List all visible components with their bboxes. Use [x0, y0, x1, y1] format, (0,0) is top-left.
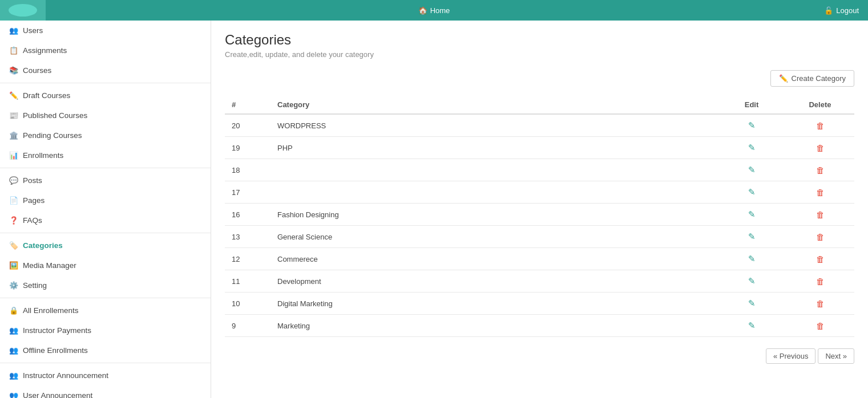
sidebar-item-assignments[interactable]: 📋Assignments	[0, 40, 211, 60]
cell-category: Development	[271, 270, 717, 293]
logo-shape	[9, 4, 37, 17]
sidebar-item-pages[interactable]: 📄Pages	[0, 190, 211, 210]
home-icon: 🏠	[418, 6, 427, 15]
sidebar-icon-posts: 💬	[9, 176, 18, 185]
sidebar-label-faqs: FAQs	[23, 216, 42, 225]
delete-button[interactable]: 🗑	[816, 165, 825, 175]
edit-button[interactable]: ✎	[748, 298, 756, 308]
logout-label: Logout	[836, 6, 859, 15]
sidebar-divider	[0, 298, 211, 298]
table-header: # Category Edit Delete	[225, 96, 854, 114]
cell-category: PHP	[271, 137, 717, 159]
edit-button[interactable]: ✎	[748, 165, 756, 174]
create-category-icon: ✏️	[779, 74, 788, 83]
logout-icon: 🔓	[824, 6, 833, 15]
toolbar: ✏️ Create Category	[225, 70, 854, 87]
sidebar-icon-pages: 📄	[9, 196, 18, 205]
sidebar-item-courses[interactable]: 📚Courses	[0, 60, 211, 80]
sidebar-item-pending-courses[interactable]: 🏛️Pending Courses	[0, 125, 211, 145]
col-header-delete: Delete	[786, 96, 854, 114]
delete-button[interactable]: 🗑	[816, 188, 825, 197]
sidebar-item-instructor-payments[interactable]: 👥Instructor Payments	[0, 320, 211, 340]
table-row: 20WORDPRESS✎🗑	[225, 114, 854, 137]
table-row: 17✎🗑	[225, 181, 854, 204]
edit-button[interactable]: ✎	[748, 320, 756, 330]
cell-delete: 🗑	[786, 204, 854, 226]
cell-category: Commerece	[271, 248, 717, 270]
cell-edit: ✎	[717, 204, 786, 226]
cell-edit: ✎	[717, 270, 786, 293]
sidebar-item-users[interactable]: 👥Users	[0, 21, 211, 40]
sidebar-divider	[0, 363, 211, 363]
sidebar-item-all-enrollments[interactable]: 🔒All Enrollements	[0, 300, 211, 320]
cell-category: Digital Marketing	[271, 293, 717, 315]
delete-button[interactable]: 🗑	[816, 321, 825, 331]
home-link[interactable]: 🏠 Home	[418, 6, 450, 15]
sidebar-label-posts: Posts	[23, 176, 42, 185]
sidebar-item-categories[interactable]: 🏷️Categories	[0, 235, 211, 255]
edit-button[interactable]: ✎	[748, 209, 756, 219]
next-page-button[interactable]: Next »	[818, 348, 854, 364]
cell-delete: 🗑	[786, 293, 854, 315]
cell-edit: ✎	[717, 159, 786, 181]
sidebar-item-posts[interactable]: 💬Posts	[0, 170, 211, 190]
edit-button[interactable]: ✎	[748, 254, 756, 263]
sidebar-icon-courses: 📚	[9, 66, 18, 75]
sidebar-item-faqs[interactable]: ❓FAQs	[0, 210, 211, 230]
sidebar-icon-enrollments: 📊	[9, 151, 18, 160]
sidebar-item-enrollments[interactable]: 📊Enrollments	[0, 145, 211, 165]
delete-button[interactable]: 🗑	[816, 210, 825, 220]
sidebar-icon-faqs: ❓	[9, 216, 18, 225]
edit-button[interactable]: ✎	[748, 143, 756, 152]
cell-delete: 🗑	[786, 159, 854, 181]
sidebar-item-offline-enrollments[interactable]: 👥Offline Enrollments	[0, 340, 211, 360]
sidebar-item-media-manager[interactable]: 🖼️Media Manager	[0, 255, 211, 275]
sidebar-label-published-courses: Published Courses	[23, 111, 87, 120]
delete-button[interactable]: 🗑	[816, 121, 825, 131]
sidebar-label-user-announcement: User Announcement	[23, 391, 92, 398]
cell-edit: ✎	[717, 248, 786, 270]
sidebar-icon-all-enrollments: 🔒	[9, 306, 18, 315]
cell-delete: 🗑	[786, 181, 854, 204]
table-row: 18✎🗑	[225, 159, 854, 181]
sidebar-item-setting[interactable]: ⚙️Setting	[0, 275, 211, 295]
edit-button[interactable]: ✎	[748, 276, 756, 286]
sidebar-icon-user-announcement: 👥	[9, 391, 18, 398]
sidebar-divider	[0, 83, 211, 83]
edit-button[interactable]: ✎	[748, 187, 756, 197]
sidebar-icon-offline-enrollments: 👥	[9, 346, 18, 355]
sidebar-label-enrollments: Enrollments	[23, 151, 63, 160]
delete-button[interactable]: 🗑	[816, 277, 825, 286]
cell-num: 16	[225, 204, 271, 226]
sidebar-item-draft-courses[interactable]: ✏️Draft Courses	[0, 86, 211, 105]
sidebar-label-media-manager: Media Manager	[23, 261, 76, 270]
cell-delete: 🗑	[786, 315, 854, 337]
table-row: 16Fashion Designing✎🗑	[225, 204, 854, 226]
cell-category	[271, 159, 717, 181]
sidebar: 👥Users📋Assignments📚Courses✏️Draft Course…	[0, 21, 211, 398]
sidebar-item-user-announcement[interactable]: 👥User Announcement	[0, 385, 211, 398]
sidebar-label-assignments: Assignments	[23, 46, 67, 55]
create-category-button[interactable]: ✏️ Create Category	[770, 70, 854, 87]
sidebar-item-instructor-announcement[interactable]: 👥Instructor Announcement	[0, 365, 211, 385]
delete-button[interactable]: 🗑	[816, 232, 825, 242]
table-row: 13General Science✎🗑	[225, 226, 854, 248]
sidebar-item-published-courses[interactable]: 📰Published Courses	[0, 105, 211, 125]
cell-category: Fashion Designing	[271, 204, 717, 226]
sidebar-icon-assignments: 📋	[9, 46, 18, 55]
prev-page-button[interactable]: « Previous	[766, 348, 815, 364]
col-header-num: #	[225, 96, 271, 114]
main-content: Categories Create,edit, update, and dele…	[211, 21, 868, 398]
sidebar-label-instructor-announcement: Instructor Announcement	[23, 371, 108, 380]
delete-button[interactable]: 🗑	[816, 254, 825, 264]
edit-button[interactable]: ✎	[748, 120, 756, 130]
sidebar-label-setting: Setting	[23, 281, 47, 290]
table-row: 12Commerece✎🗑	[225, 248, 854, 270]
logout-button[interactable]: 🔓 Logout	[824, 6, 859, 15]
delete-button[interactable]: 🗑	[816, 143, 825, 153]
cell-num: 9	[225, 315, 271, 337]
cell-category: General Science	[271, 226, 717, 248]
cell-delete: 🗑	[786, 114, 854, 137]
delete-button[interactable]: 🗑	[816, 299, 825, 308]
edit-button[interactable]: ✎	[748, 232, 756, 241]
